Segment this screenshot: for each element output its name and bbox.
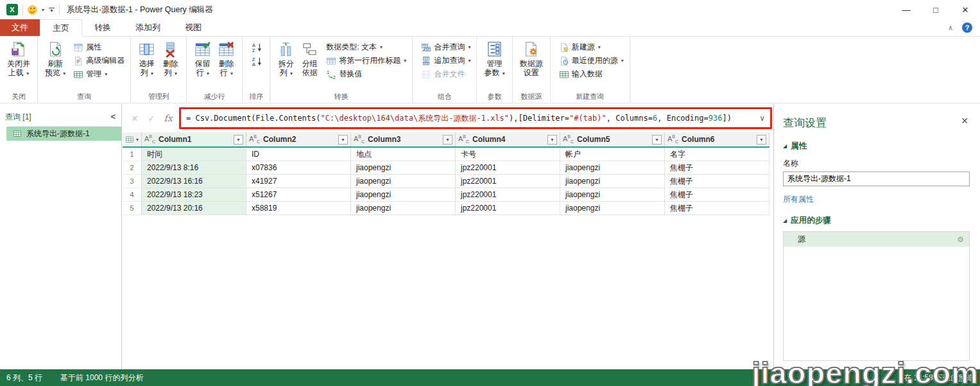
sort-ascending-button[interactable]: AZ (249, 40, 266, 55)
maximize-button[interactable]: □ (921, 0, 950, 19)
merge-queries-button[interactable]: 合并查询▾ (419, 40, 472, 54)
tab-add-column[interactable]: 添加列 (123, 19, 173, 36)
table-cell[interactable]: 2022/9/13 20:16 (142, 202, 246, 215)
table-cell[interactable]: jpz220001 (456, 188, 560, 202)
collapse-ribbon-icon[interactable]: ∧ (948, 24, 953, 32)
new-source-button[interactable]: 新建源▾ (557, 40, 626, 54)
table-cell[interactable]: jiaopengzi (351, 188, 456, 202)
formula-commit-icon[interactable]: ✓ (143, 114, 160, 123)
append-queries-button[interactable]: 追加查询▾ (419, 54, 472, 67)
recent-sources-button[interactable]: 最近使用的源▾ (557, 54, 626, 67)
keep-rows-button[interactable]: 保留行 ▾ (191, 40, 214, 78)
step-settings-gear-icon[interactable]: ⚙ (957, 235, 964, 244)
tab-file[interactable]: 文件 (0, 19, 40, 36)
query-name-input[interactable] (783, 171, 970, 186)
applied-step-item[interactable]: 源⚙ (784, 232, 969, 247)
table-cell[interactable]: 焦棚子 (665, 175, 769, 188)
grid-select-all-button[interactable]: ▾ (123, 132, 142, 146)
table-cell[interactable]: ID (246, 148, 351, 161)
tab-transform[interactable]: 转换 (82, 19, 123, 36)
formula-cancel-icon[interactable]: ✕ (126, 114, 143, 123)
sort-descending-button[interactable]: ZA (249, 55, 266, 69)
row-number[interactable]: 3 (123, 175, 142, 188)
all-properties-link[interactable]: 所有属性 (783, 194, 970, 205)
table-cell[interactable]: 卡号 (456, 148, 560, 161)
table-cell[interactable]: 帐户 (560, 148, 665, 161)
table-cell[interactable]: 2022/9/13 8:16 (142, 161, 246, 175)
advanced-editor-button[interactable]: 高级编辑器 (71, 54, 126, 67)
filter-dropdown-icon[interactable]: ▼ (547, 135, 557, 145)
query-list-item[interactable]: 系统导出-源数据-1 (6, 127, 121, 141)
table-cell[interactable]: 焦棚子 (665, 202, 769, 215)
filter-dropdown-icon[interactable]: ▼ (234, 135, 243, 145)
refresh-preview-button[interactable]: 刷新预览 ▾ (42, 40, 69, 78)
filter-dropdown-icon[interactable]: ▼ (652, 135, 662, 145)
table-cell[interactable]: 时间 (142, 148, 246, 161)
table-cell[interactable]: jpz220001 (456, 202, 560, 215)
column-header-column5[interactable]: ABCColumn5▼ (560, 132, 665, 146)
manage-parameters-button[interactable]: 管理参数 ▾ (481, 40, 508, 78)
table-cell[interactable]: jiaopengzi (351, 161, 456, 175)
column-header-column3[interactable]: ABCColumn3▼ (351, 132, 456, 146)
table-cell[interactable]: x58819 (246, 202, 351, 215)
remove-columns-button[interactable]: 删除列 ▾ (159, 40, 182, 78)
close-button[interactable]: ✕ (950, 0, 980, 19)
table-cell[interactable]: 焦棚子 (665, 188, 769, 202)
manage-button[interactable]: 管理▾ (71, 67, 126, 81)
filter-dropdown-icon[interactable]: ▼ (443, 135, 452, 145)
table-cell[interactable]: jiaopengzi (560, 202, 665, 215)
use-first-row-as-headers-button[interactable]: 将第一行用作标题▾ (324, 54, 408, 67)
table-cell[interactable]: x51267 (246, 188, 351, 202)
row-number[interactable]: 1 (123, 148, 142, 161)
combine-files-icon (421, 69, 431, 80)
table-cell[interactable]: jiaopengzi (351, 175, 456, 188)
table-cell[interactable]: jiaopengzi (560, 175, 665, 188)
fx-icon[interactable]: fx (160, 113, 176, 123)
split-column-button[interactable]: 拆分列 ▾ (274, 40, 298, 78)
applied-steps-section-header[interactable]: ◢ 应用的步骤 (783, 215, 970, 226)
tab-home[interactable]: 主页 (40, 19, 82, 37)
data-type-button[interactable]: 数据类型: 文本▾ (324, 40, 408, 54)
table-cell[interactable]: x07836 (246, 161, 351, 175)
group-by-button[interactable]: 分组依据 (298, 40, 322, 77)
formula-text[interactable]: = Csv.Document(File.Contents("C:\desktop… (186, 113, 755, 124)
table-cell[interactable]: x41927 (246, 175, 351, 188)
properties-button[interactable]: 属性 (71, 40, 126, 54)
filter-dropdown-icon[interactable]: ▼ (757, 135, 766, 145)
table-cell[interactable]: jiaopengzi (560, 161, 665, 175)
choose-columns-button[interactable]: 选择列 ▾ (135, 40, 159, 78)
tab-view[interactable]: 视图 (173, 19, 214, 36)
table-cell[interactable]: jiaopengzi (560, 188, 665, 202)
close-and-load-button[interactable]: 关闭并上载 ▾ (4, 40, 33, 78)
minimize-button[interactable]: — (891, 0, 921, 19)
table-cell[interactable]: 名字 (665, 148, 769, 161)
table-cell[interactable]: 地点 (351, 148, 456, 161)
remove-rows-button[interactable]: 删除行 ▾ (214, 40, 238, 78)
column-header-column1[interactable]: ABCColumn1▼ (142, 132, 246, 146)
table-cell[interactable]: 2022/9/13 16:16 (142, 175, 246, 188)
filter-dropdown-icon[interactable]: ▼ (338, 135, 348, 145)
help-icon[interactable]: ? (962, 22, 972, 33)
replace-values-button[interactable]: 12替换值 (324, 67, 408, 81)
formula-expand-icon[interactable]: ∨ (759, 114, 765, 123)
table-cell[interactable]: 2022/9/13 18:23 (142, 188, 246, 202)
table-cell[interactable]: 焦棚子 (665, 161, 769, 175)
data-source-settings-button[interactable]: 数据源设置 (517, 40, 546, 77)
quick-access-toolbar-customize-icon[interactable]: ▼ (49, 8, 55, 12)
collapse-pane-icon[interactable]: < (110, 112, 116, 121)
column-header-column4[interactable]: ABCColumn4▼ (456, 132, 560, 146)
table-cell[interactable]: jpz220001 (456, 161, 560, 175)
row-number[interactable]: 4 (123, 188, 142, 202)
enter-data-button[interactable]: 输入数据 (557, 67, 626, 81)
column-header-column6[interactable]: ABCColumn6▼ (665, 132, 769, 146)
table-cell[interactable]: jpz220001 (456, 175, 560, 188)
properties-section-header[interactable]: ◢ 属性 (783, 141, 970, 152)
smiley-dropdown-icon[interactable]: ▾ (42, 7, 44, 13)
table-cell[interactable]: jiaopengzi (351, 202, 456, 215)
row-number[interactable]: 5 (123, 202, 142, 215)
formula-input-highlighted[interactable]: = Csv.Document(File.Contents("C:\desktop… (179, 107, 772, 129)
column-header-column2[interactable]: ABCColumn2▼ (246, 132, 351, 146)
row-number[interactable]: 2 (123, 161, 142, 175)
close-pane-icon[interactable]: ✕ (961, 116, 968, 126)
feedback-smiley-icon[interactable] (28, 5, 37, 15)
